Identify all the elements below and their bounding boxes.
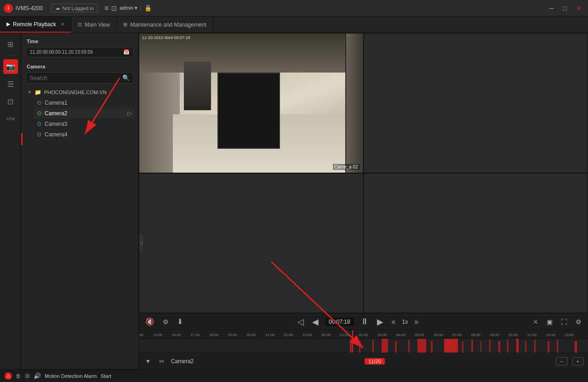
- camera1-label: Camera1: [45, 100, 67, 106]
- not-logged-in-badge[interactable]: ☁ Not Logged in: [51, 4, 98, 12]
- calendar-icon[interactable]: 📅: [123, 49, 130, 55]
- tab-maintenance[interactable]: ⊞ Maintenance and Management: [117, 17, 213, 33]
- close-button[interactable]: ✕: [573, 4, 584, 13]
- camera1-icon: ⊙: [37, 99, 42, 106]
- rec-bar-17: [525, 341, 526, 353]
- content-area: 11-20-2019 Wed 00:07:18 Came_a 02 ◁ 🔇 ⚙ …: [139, 33, 588, 369]
- expand-arrow: ▼: [28, 90, 32, 95]
- rec-bar-14: [498, 341, 500, 353]
- prev-frame-button[interactable]: ◀: [310, 316, 320, 328]
- speaker-icon[interactable]: 🔊: [34, 372, 41, 379]
- speed-label: 1x: [402, 319, 408, 325]
- camera-tree: ▼ 📁 PHOCONGNGHE.COM.VN ⊙ Camera1 ⊙ Camer…: [21, 87, 138, 140]
- video-cell-4[interactable]: [364, 173, 588, 313]
- folder-icon: 📁: [34, 89, 41, 96]
- rec-bar-2: [359, 341, 360, 353]
- rec-bar-3: [372, 340, 374, 353]
- close-stream-button[interactable]: ✕: [531, 317, 540, 326]
- tab-close-remote-playback[interactable]: ✕: [61, 22, 64, 27]
- tl-label-0300: 03:00: [378, 333, 387, 337]
- search-input[interactable]: [30, 75, 120, 81]
- camera-list: ⊙ Camera1 ⊙ Camera2 ▷ ⊙ Camera3 ⊙ Camer: [34, 97, 135, 140]
- skip-back-button[interactable]: ◁: [296, 316, 306, 328]
- maximize-button[interactable]: □: [560, 4, 570, 13]
- video-grid: 11-20-2019 Wed 00:07:18 Came_a 02 ◁: [139, 33, 588, 313]
- nav-divider-1: [4, 55, 17, 56]
- menu-icon[interactable]: ≡: [104, 4, 108, 12]
- tl-label-2200: 22:00: [284, 333, 293, 337]
- task-icon[interactable]: 🗑: [16, 373, 21, 379]
- nav-display[interactable]: ⊡: [3, 94, 18, 109]
- video-cell-1[interactable]: 11-20-2019 Wed 00:07:18 Came_a 02: [139, 33, 364, 173]
- recording-count-badge: 11/20: [365, 358, 385, 365]
- time-range-display[interactable]: 11.20 00:00:00-11.20 23:59:59 📅: [26, 47, 134, 57]
- download-button[interactable]: ⬇: [175, 316, 185, 327]
- camera2-item[interactable]: ⊙ Camera2 ▷: [34, 108, 135, 118]
- play-button[interactable]: ▶: [375, 316, 385, 328]
- collapse-handle[interactable]: ◁: [139, 234, 143, 253]
- layout-button[interactable]: ▣: [545, 317, 554, 326]
- tl-label-1500: 15:00: [153, 333, 162, 337]
- camera1-item[interactable]: ⊙ Camera1: [34, 97, 135, 108]
- group-name: PHOCONGNGHE.COM.VN: [44, 90, 107, 95]
- rec-bar-10: [462, 341, 463, 353]
- tl-label-0900: 09:00: [490, 333, 499, 337]
- tree-group-header[interactable]: ▼ 📁 PHOCONGNGHE.COM.VN: [25, 87, 135, 97]
- lock-icon[interactable]: 🔒: [144, 5, 152, 11]
- time-display: 00:07:18: [325, 318, 354, 326]
- nav-grid[interactable]: ⊞: [3, 37, 18, 51]
- start-text: Start: [101, 373, 111, 379]
- tl-label-0000: 00:00: [321, 333, 331, 337]
- camera4-icon: ⊙: [37, 131, 42, 138]
- timeline[interactable]: 14:00 15:00 16:00 17:00 18:00 19:00 20:0…: [139, 330, 588, 353]
- rec-bar-8: [431, 341, 433, 353]
- camera-footage-1: [139, 34, 363, 173]
- filter-button[interactable]: ▼: [143, 357, 153, 365]
- hallway-sim: [139, 34, 363, 173]
- time-range-text: 11.20 00:00:00-11.20 23:59:59: [30, 50, 93, 55]
- cloud-icon: ☁: [55, 5, 60, 11]
- tabbar: ▶ Remote Playback ✕ ⊡ Main View ⊞ Mainte…: [0, 17, 588, 33]
- camera4-item[interactable]: ⊙ Camera4: [34, 129, 135, 140]
- camera3-item[interactable]: ⊙ Camera3: [34, 118, 135, 129]
- tl-label-1000: 10:00: [508, 333, 518, 337]
- video-cell-2[interactable]: [364, 33, 588, 173]
- tab-main-view[interactable]: ⊡ Main View: [71, 17, 117, 33]
- minus-button[interactable]: ─: [556, 357, 568, 365]
- main-layout: ⊞ 📷 ☰ ⊡ ATM Time 11.20 00:00:00-11.20 23…: [0, 33, 588, 369]
- tl-label-0100: 01:00: [340, 333, 349, 337]
- minimize-button[interactable]: ─: [547, 4, 557, 13]
- tab-remote-playback[interactable]: ▶ Remote Playback ✕: [0, 17, 71, 33]
- plus-button[interactable]: +: [572, 357, 583, 365]
- tl-label-1600: 16:00: [171, 333, 181, 337]
- tab-icon-remote-playback: ▶: [6, 21, 10, 27]
- search-icon[interactable]: 🔍: [122, 74, 130, 81]
- tl-label-1900: 19:00: [228, 333, 237, 337]
- status-bar: ⚠ 🗑 ⊞ 🔊 Motion Detection Alarm Start: [0, 369, 588, 382]
- nav-list[interactable]: ☰: [3, 77, 18, 91]
- rec-bar-4: [382, 339, 388, 353]
- search-bar: 🔍: [26, 72, 134, 84]
- pause-button[interactable]: ⏸: [359, 316, 371, 327]
- sidebar: Time 11.20 00:00:00-11.20 23:59:59 📅 Cam…: [21, 33, 139, 369]
- video-cell-3[interactable]: ◁: [139, 173, 364, 313]
- fullscreen-button[interactable]: ⛶: [559, 317, 569, 326]
- alarm-text: Motion Detection Alarm: [45, 373, 97, 379]
- monitor-icon[interactable]: ⊡: [111, 5, 117, 12]
- settings-button[interactable]: ⚙: [161, 317, 171, 326]
- mute-button[interactable]: 🔇: [143, 316, 156, 327]
- fast-forward-button[interactable]: »: [412, 317, 420, 327]
- camera3-icon: ⊙: [37, 120, 42, 127]
- nav-atm[interactable]: ATM: [3, 112, 18, 126]
- video-overlay-1: Came_a 02: [333, 164, 360, 170]
- camera2-label: Camera2: [45, 110, 67, 117]
- tl-label-0500: 05:00: [415, 333, 424, 337]
- camera2-play-btn[interactable]: ▷: [127, 110, 132, 117]
- screenshot-icon[interactable]: ⊞: [25, 372, 30, 379]
- nav-camera[interactable]: 📷: [3, 59, 18, 74]
- scissors-button[interactable]: ✂: [157, 357, 166, 366]
- tl-label-1200: 12:00: [546, 333, 555, 337]
- config-button[interactable]: ⚙: [574, 317, 583, 326]
- rec-bar-21: [575, 341, 577, 353]
- rewind-button[interactable]: «: [390, 317, 398, 327]
